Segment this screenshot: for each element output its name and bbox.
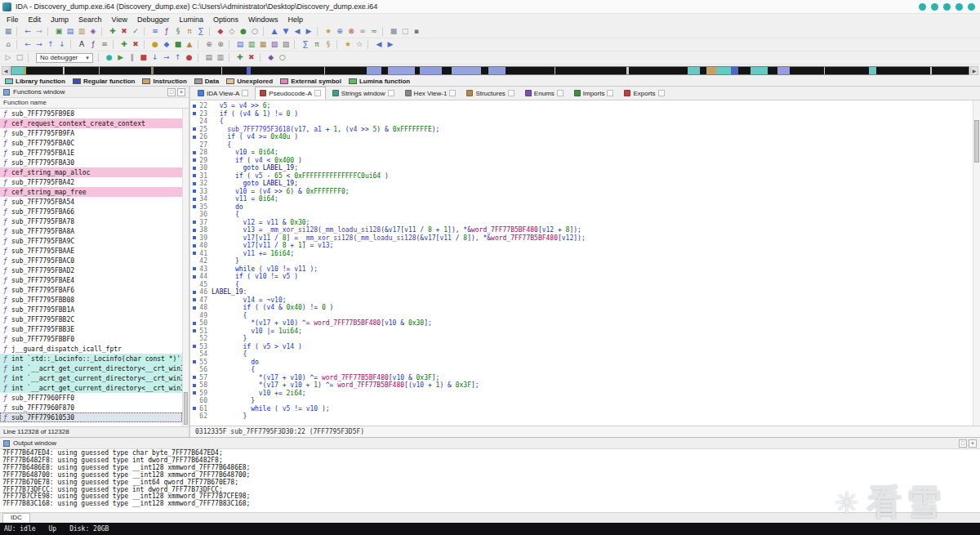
function-row[interactable]: ƒsub_7FF7795FBAF6 xyxy=(0,285,182,295)
toolbar-icon[interactable]: ▤ xyxy=(65,26,76,37)
function-row[interactable]: ƒcef_string_map_alloc xyxy=(0,167,182,177)
navband-segment[interactable] xyxy=(388,67,415,74)
toolbar-icon[interactable]: → xyxy=(33,26,45,37)
navband-segment[interactable] xyxy=(731,67,738,74)
toolbar-icon[interactable]: ● xyxy=(238,26,249,37)
tab-detach-icon[interactable] xyxy=(557,90,564,96)
toolbar-icon[interactable]: ◀ xyxy=(373,39,385,50)
toolbar-icon[interactable]: § xyxy=(172,26,184,37)
function-row[interactable]: ƒcef_request_context_create_context xyxy=(0,118,182,128)
toolbar-icon[interactable]: ⊗ xyxy=(215,39,226,50)
navband-segment[interactable] xyxy=(629,67,688,74)
toolbar-icon[interactable]: ■ xyxy=(172,39,184,50)
code-line[interactable]: 42 } xyxy=(190,257,980,265)
debugger-select[interactable]: No debugger ▾ xyxy=(36,53,93,63)
toolbar-icon[interactable]: ▦ xyxy=(2,26,14,37)
toolbar-icon[interactable]: ◀ xyxy=(292,26,303,37)
navband-segment[interactable] xyxy=(222,67,247,74)
code-line[interactable]: 29 if ( v4 < 0x400 ) xyxy=(190,157,980,165)
navband-segment[interactable] xyxy=(481,67,488,74)
toolbar-icon[interactable]: ▥ xyxy=(215,52,226,63)
toolbar-icon[interactable]: ■ xyxy=(388,26,399,37)
navband-segment[interactable] xyxy=(100,67,151,74)
toolbar-icon[interactable]: ƒ xyxy=(87,39,99,50)
navband-segment[interactable] xyxy=(251,67,324,74)
toolbar-icon[interactable]: ★ xyxy=(342,39,354,50)
code-line[interactable]: 50 *(v17 + v10) ^= word_7FF77B5BF480[v10… xyxy=(190,319,980,328)
menu-item-file[interactable]: File xyxy=(2,16,24,24)
menu-item-view[interactable]: View xyxy=(107,16,132,24)
toolbar-icon[interactable]: ▲ xyxy=(269,26,280,37)
functions-window-titlebar[interactable]: Functions window □ × xyxy=(0,87,189,98)
navband-segment[interactable] xyxy=(700,67,706,74)
menu-item-search[interactable]: Search xyxy=(74,16,107,24)
code-line[interactable]: 62 } xyxy=(190,412,980,421)
code-line[interactable]: 57 *(v17 + v10) ^= word_7FF77B5BF480[v10… xyxy=(190,374,980,382)
code-line[interactable]: 54 { xyxy=(190,350,980,359)
tab-detach-icon[interactable] xyxy=(388,90,394,96)
function-name-column-header[interactable]: Function name xyxy=(0,98,189,109)
function-row[interactable]: ƒsub_7FF7795FBB08 xyxy=(0,295,182,305)
function-row[interactable]: ƒsub_7FF7795FBAD2 xyxy=(0,265,182,275)
toolbar-icon[interactable]: A xyxy=(76,39,87,50)
navband-segment[interactable] xyxy=(768,67,777,74)
code-line[interactable]: 58 *(v17 + v10 + 1) ^= word_7FF77B5BF480… xyxy=(190,381,980,390)
code-line[interactable]: 41 v11 += 16i64; xyxy=(190,250,980,258)
navband-segment[interactable] xyxy=(869,67,876,74)
pseudocode-view[interactable]: 22 v5 = v4 >> 6;23 if ( (v4 & 1) != 0 )2… xyxy=(190,100,980,426)
toolbar-icon[interactable]: ✖ xyxy=(130,39,141,50)
function-row[interactable]: ƒsub_7FF7795FBA42 xyxy=(0,177,182,187)
function-list-scrollbar-thumb[interactable] xyxy=(184,392,188,425)
toolbar-icon[interactable]: ✖ xyxy=(118,26,130,37)
menu-item-debugger[interactable]: Debugger xyxy=(132,16,175,24)
toolbar-icon[interactable]: ≈ xyxy=(368,26,380,37)
function-row[interactable]: ƒsub_7FF7795FBB3E xyxy=(0,324,182,334)
tab-strings-window[interactable]: Strings window xyxy=(328,87,399,100)
tab-exports[interactable]: Exports xyxy=(620,87,668,100)
toolbar-icon[interactable]: ✚ xyxy=(118,39,130,50)
toolbar-icon[interactable]: ▶ xyxy=(115,52,127,63)
toolbar-icon[interactable]: □ xyxy=(399,26,411,37)
code-line[interactable]: 30 goto LABEL_19; xyxy=(190,164,980,172)
code-line[interactable]: 52 } xyxy=(190,335,980,343)
toolbar-icon[interactable]: ✓ xyxy=(130,26,141,37)
toolbar-icon[interactable]: ■ xyxy=(138,52,149,63)
toolbar-icon[interactable]: ▲ xyxy=(184,39,195,50)
code-line[interactable]: 53 if ( v5 > v14 ) xyxy=(190,343,980,351)
menu-item-lumina[interactable]: Lumina xyxy=(174,16,208,24)
function-row[interactable]: ƒsub_7FF7795FBA9C xyxy=(0,236,182,246)
menu-item-jump[interactable]: Jump xyxy=(46,16,74,24)
code-line[interactable]: 31 if ( v5 - 65 < 0xFFFFFFFFFFFFFFC0ui64… xyxy=(190,172,980,181)
code-line[interactable]: 49 { xyxy=(190,312,980,320)
code-line[interactable]: 37 v12 = v11 & 0x30; xyxy=(190,219,980,227)
code-line[interactable]: 27 { xyxy=(190,141,980,149)
toolbar-icon[interactable]: ● xyxy=(184,52,195,63)
code-line[interactable]: 56 { xyxy=(190,366,980,374)
tab-detach-icon[interactable] xyxy=(508,90,514,96)
toolbar-icon[interactable]: ▧ xyxy=(269,39,280,50)
function-row[interactable]: ƒsub_7FF7795FBA1E xyxy=(0,148,182,158)
toolbar-icon[interactable]: ◆ xyxy=(265,52,277,63)
navband-segment[interactable] xyxy=(777,67,790,74)
toolbar-icon[interactable]: ◇ xyxy=(226,26,238,37)
function-row[interactable]: ƒsub_7FF7795FB9FA xyxy=(0,128,182,138)
code-line[interactable]: 61 while ( v5 != v10 ); xyxy=(190,405,980,413)
code-line[interactable]: 55 do xyxy=(190,359,980,367)
toolbar-icon[interactable]: ⊗ xyxy=(345,26,357,37)
toolbar-icon[interactable]: ▤ xyxy=(234,39,246,50)
window-control-button[interactable] xyxy=(931,3,938,11)
navband-segment[interactable] xyxy=(738,67,751,74)
toolbar-icon[interactable]: ≡ xyxy=(99,39,110,50)
toolbar-icon[interactable]: ▶ xyxy=(303,26,314,37)
toolbar-icon[interactable]: ↑ xyxy=(172,52,184,63)
navband-segment[interactable] xyxy=(688,67,700,74)
toolbar-icon[interactable]: ◈ xyxy=(87,26,99,37)
tab-structures[interactable]: Structures xyxy=(462,87,518,100)
navband-segment[interactable] xyxy=(506,67,555,74)
window-control-button[interactable] xyxy=(968,3,975,11)
code-line[interactable]: 38 v13 = _mm_xor_si128(_mm_loadu_si128(&… xyxy=(190,226,980,234)
toolbar-icon[interactable]: ▦ xyxy=(257,39,269,50)
navband-segment[interactable] xyxy=(716,67,731,74)
function-row[interactable]: ƒsub_7FF7795FBA30 xyxy=(0,158,182,167)
toolbar-icon[interactable]: ▥ xyxy=(76,26,87,37)
